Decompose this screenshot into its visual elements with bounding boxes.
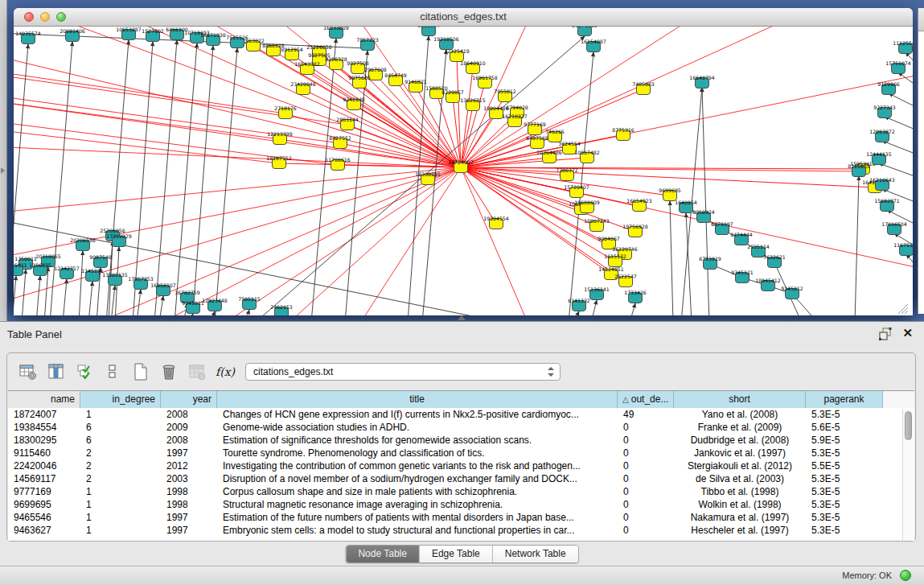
graph-node-selected[interactable]: 16961758 <box>472 75 498 89</box>
graph-edge[interactable] <box>630 303 635 315</box>
graph-edge[interactable] <box>461 83 485 167</box>
graph-edge[interactable] <box>345 51 368 315</box>
graph-edge[interactable] <box>111 286 115 315</box>
graph-node[interactable]: 6141332 <box>568 298 590 311</box>
modify-table-icon[interactable] <box>18 362 38 381</box>
graph-node[interactable]: 9245012 <box>781 286 803 299</box>
tab-network-table[interactable]: Network Table <box>492 546 578 562</box>
select-rows-icon[interactable] <box>75 362 94 381</box>
table-row[interactable]: 911546021997Tourette syndrome. Phenomeno… <box>8 447 914 459</box>
graph-node[interactable]: 9227343 <box>873 105 896 118</box>
delete-table-icon[interactable] <box>159 362 179 381</box>
graph-node[interactable]: 16958107 <box>150 282 176 296</box>
column-header-short[interactable]: short <box>674 391 806 408</box>
graph-edge[interactable] <box>14 167 461 212</box>
graph-edge[interactable] <box>670 201 673 315</box>
graph-edge[interactable] <box>591 300 597 315</box>
graph-edge[interactable] <box>63 279 67 315</box>
table-row[interactable]: 1938455462009Genome-wide association stu… <box>8 421 914 434</box>
graph-node-selected[interactable]: 9146821 <box>405 79 427 93</box>
float-panel-icon[interactable] <box>879 328 892 340</box>
graph-node[interactable]: 9129966 <box>877 81 900 95</box>
graph-edge[interactable] <box>88 282 92 315</box>
graph-edge[interactable] <box>215 48 237 315</box>
graph-edge[interactable] <box>461 167 913 268</box>
graph-edge[interactable] <box>14 147 461 167</box>
graph-node[interactable]: 8813054 <box>417 27 440 36</box>
graph-edge[interactable] <box>94 167 461 315</box>
show-columns-icon[interactable] <box>47 362 66 381</box>
graph-edge[interactable] <box>461 167 528 315</box>
graph-edge[interactable] <box>211 311 215 315</box>
graph-node[interactable]: 7632621 <box>763 254 786 268</box>
graph-node-selected[interactable]: 7386372 <box>556 167 578 181</box>
graph-edge[interactable] <box>22 270 26 315</box>
graph-node-selected[interactable]: 8427552 <box>329 135 351 149</box>
graph-edge[interactable] <box>245 310 249 315</box>
graph-node[interactable]: 20206536 <box>70 237 96 251</box>
function-builder-icon[interactable]: f(x) <box>216 362 235 381</box>
graph-node[interactable]: 7505115 <box>238 296 261 310</box>
graph-node-selected[interactable]: 18640910 <box>460 60 486 74</box>
graph-edge[interactable] <box>36 276 40 315</box>
column-header-out-degree[interactable]: △out_de... <box>618 391 674 408</box>
graph-node[interactable]: 13505135 <box>102 272 128 286</box>
row-height-icon[interactable] <box>103 362 122 381</box>
table-row[interactable]: 946554611997Estimation of the future num… <box>8 511 914 524</box>
graph-node[interactable]: 12923448 <box>202 298 228 311</box>
graph-node-selected[interactable]: 10807482 <box>574 150 600 163</box>
graph-edge[interactable] <box>906 254 913 270</box>
graph-node-selected[interactable]: 6497568 <box>526 135 548 149</box>
graph-node[interactable]: 2462153 <box>270 304 293 316</box>
graph-edge[interactable] <box>686 213 692 315</box>
table-row[interactable]: 2242004622012Investigating the contribut… <box>8 459 914 472</box>
graph-node-selected[interactable]: 20364486 <box>536 150 562 163</box>
graph-node[interactable]: 9345121 <box>731 270 754 283</box>
graph-edge[interactable] <box>287 167 461 315</box>
graph-edge[interactable] <box>14 276 16 315</box>
graph-node[interactable]: 20691406 <box>60 28 85 42</box>
graph-node[interactable]: 12093872 <box>869 129 895 142</box>
graph-node[interactable]: 15751074 <box>885 60 911 74</box>
graph-node-selected[interactable]: 12213399 <box>267 131 293 145</box>
tab-edge-table[interactable]: Edge Table <box>419 546 492 562</box>
column-header-pagerank[interactable]: pagerank <box>806 391 883 408</box>
graph-node[interactable]: 16033809 <box>323 27 349 39</box>
splitter-collapse-icon[interactable] <box>458 315 466 320</box>
scrollbar-thumb[interactable] <box>905 411 912 440</box>
graph-node-selected[interactable]: 8912954 <box>281 47 303 60</box>
graph-edge[interactable] <box>461 68 473 167</box>
graph-node-selected[interactable]: 18107552 <box>266 155 292 169</box>
graph-node-selected[interactable]: 11700616 <box>325 157 351 171</box>
graph-node-selected[interactable]: 9875685 <box>348 75 371 89</box>
table-row[interactable]: 1872400712008Changes of HCN gene express… <box>8 408 914 421</box>
graph-edge[interactable] <box>159 296 163 315</box>
column-header-in-degree[interactable]: in_degree <box>80 391 161 408</box>
graph-node-selected[interactable]: 18807243 <box>584 218 610 232</box>
table-scrollbar[interactable] <box>902 409 914 540</box>
new-table-icon[interactable] <box>131 362 150 381</box>
graph-edge[interactable] <box>285 113 461 167</box>
graph-edge[interactable] <box>137 290 141 315</box>
graph-node[interactable]: 11125542 <box>893 40 913 54</box>
resize-grip-icon[interactable] <box>901 307 908 314</box>
table-select-dropdown[interactable]: citations_edges.txt <box>245 363 561 381</box>
graph-node-selected[interactable]: 7955812 <box>494 89 516 102</box>
graph-edge[interactable] <box>175 43 197 315</box>
graph-node[interactable]: 16154087 <box>581 39 606 52</box>
tab-node-table[interactable]: Node Table <box>346 546 419 562</box>
graph-node[interactable]: 12342757 <box>54 266 80 279</box>
graph-edge[interactable] <box>14 167 461 300</box>
graph-edge[interactable] <box>14 73 285 113</box>
graph-node[interactable]: 16648794 <box>689 75 715 89</box>
graph-node[interactable]: 9097548 <box>89 254 112 268</box>
table-row[interactable]: 946362711997Embryonic stem cells: a mode… <box>8 524 914 537</box>
graph-edge[interactable] <box>189 314 193 315</box>
graph-node-selected[interactable]: 19756928 <box>622 224 648 237</box>
graph-edge[interactable] <box>573 311 579 315</box>
graph-edge[interactable] <box>62 27 461 167</box>
graph-edge[interactable] <box>898 72 913 88</box>
graph-edge[interactable] <box>461 167 625 254</box>
panel-expand-arrow-icon[interactable] <box>1 167 5 174</box>
graph-node-selected[interactable]: 8775316 <box>612 127 634 141</box>
